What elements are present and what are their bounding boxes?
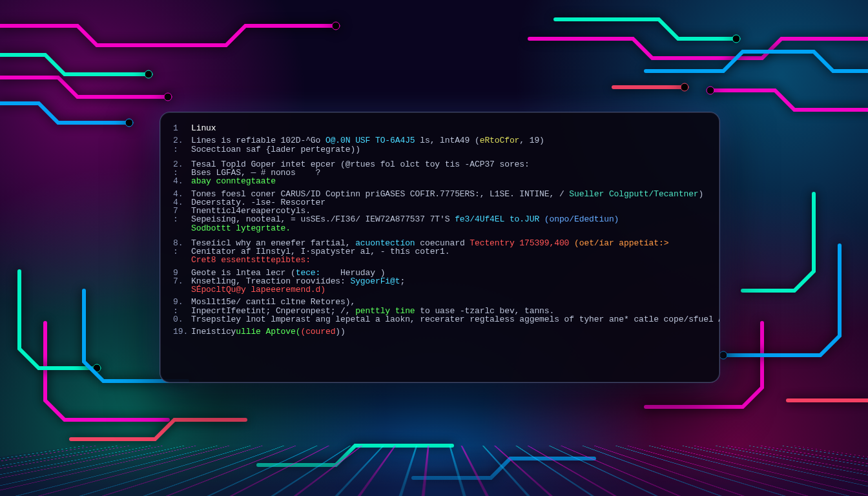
line-number: 8. xyxy=(173,239,191,247)
terminal-line: :Socectioan saf {lader pertegrate)) xyxy=(173,145,709,154)
terminal-line: 8.Teseíicl why an eneefer fartial, acuon… xyxy=(173,239,709,247)
line-number: : xyxy=(173,169,191,177)
line-number: 0. xyxy=(173,315,191,324)
line-number: 19. xyxy=(173,327,191,336)
terminal-line: :Sepeisíng, nooteal, = usSEs./FI36/ IEW7… xyxy=(173,215,709,223)
svg-point-3 xyxy=(145,70,152,78)
line-number: : xyxy=(173,145,191,154)
text-segment: (oet/íar appetíat:> xyxy=(569,238,668,248)
terminal-line: :InpecrtIfeetint; Cnperonpest; /, penttl… xyxy=(173,307,709,315)
text-segment: ) xyxy=(699,189,704,199)
line-number: 9. xyxy=(173,298,191,306)
line-number: 7. xyxy=(173,277,191,285)
svg-point-7 xyxy=(719,351,727,359)
line-text: Teseíicl why an eneefer fartial, acuonte… xyxy=(191,239,709,247)
terminal-line: 0.Trsepstley lnot lmperast ang lepetal a… xyxy=(173,315,709,324)
line-text: Sodbottt lytegrtate. xyxy=(191,224,709,232)
text-segment: Cret8 essentstttepibtes: xyxy=(191,255,311,265)
text-segment: (coured xyxy=(300,327,335,336)
line-number: 2. xyxy=(173,136,191,145)
line-number: 4. xyxy=(173,177,191,185)
line-number: 1 xyxy=(173,124,191,132)
line-text: abay conntegtaate xyxy=(191,177,709,185)
terminal-line: 1Linux xyxy=(173,124,709,132)
svg-point-4 xyxy=(732,35,740,43)
terminal-line: SÉpocltQu@y lapeeeremend.d) xyxy=(173,285,709,294)
terminal-line: 9.Mosllt15e/ cantíl cltne Retores), xyxy=(173,298,709,306)
line-number: : xyxy=(173,307,191,315)
text-segment: Sodbottt lytegrtate. xyxy=(191,223,291,233)
text-segment: Ineisticy xyxy=(191,327,236,336)
terminal-line: :Bses LGFAS, — # nonos ? xyxy=(173,169,709,177)
text-segment: ls, lntA49 ( xyxy=(415,136,480,145)
line-text: Tones foesl coner CARUS/ID Coptinn priGA… xyxy=(191,190,709,198)
terminal-window[interactable]: 1Linux2.Lines is refiable 102D-^Go O@.0N… xyxy=(160,112,720,383)
text-segment: Sueller Colgputt/Tecantner xyxy=(569,189,698,199)
text-segment: , 19) xyxy=(519,136,544,145)
terminal-line: 4.abay conntegtaate xyxy=(173,177,709,185)
terminal-line: 4.Tones foesl coner CARUS/ID Coptinn pri… xyxy=(173,190,709,198)
text-segment: Linux xyxy=(191,123,216,133)
terminal-line: :Cenitator af Ilnstyl, I·spatyster al, -… xyxy=(173,247,709,256)
terminal-line: 9Geote is lntea lecr (tece: Heruday ) xyxy=(173,269,709,277)
text-segment: ullie Aptove( xyxy=(236,327,300,336)
line-text: Socectioan saf {lader pertegrate)) xyxy=(191,145,709,154)
terminal-line: Cret8 essentstttepibtes: xyxy=(173,256,709,264)
text-segment: SÉpocltQu@y lapeeeremend.d) xyxy=(191,285,326,294)
line-text: Tesal Topld Goper intet epcer (@rtues fo… xyxy=(191,160,709,169)
terminal-line: 2.Lines is refiable 102D-^Go O@.0N USF T… xyxy=(173,136,709,145)
line-text: Bses LGFAS, — # nonos ? xyxy=(191,169,709,177)
line-text: Geote is lntea lecr (tece: Heruday ) xyxy=(191,269,709,277)
line-text: Cenitator af Ilnstyl, I·spatyster al, - … xyxy=(191,247,709,256)
line-text: Knsetling, Treaction rooviídes: SygoerFi… xyxy=(191,277,709,285)
text-segment: SygoerFi@t xyxy=(350,276,400,286)
text-segment: abay conntegtaate xyxy=(191,176,276,186)
line-text: Ineisticyullie Aptove((coured)) xyxy=(191,327,709,336)
line-number: : xyxy=(173,215,191,223)
terminal-line: 7.Knsetling, Treaction rooviídes: Sygoer… xyxy=(173,277,709,285)
text-segment: fe3/4Uf4EL to.JUR xyxy=(455,214,539,224)
terminal-content: 1Linux2.Lines is refiable 102D-^Go O@.0N… xyxy=(173,124,709,336)
svg-point-2 xyxy=(707,87,714,94)
line-text: Decerstaty. -lse- Rescorter xyxy=(191,198,709,207)
line-text: Linux xyxy=(191,124,709,132)
text-segment: Socectioan saf {lader pertegrate)) xyxy=(191,145,360,154)
terminal-line: 4.Decerstaty. -lse- Rescorter xyxy=(173,198,709,207)
line-text: Sepeisíng, nooteal, = usSEs./FI36/ IEW72… xyxy=(191,215,709,223)
terminal-line: 19.Ineisticyullie Aptove((coured)) xyxy=(173,327,709,336)
svg-point-6 xyxy=(125,119,133,127)
line-text: Lines is refiable 102D-^Go O@.0N USF TO-… xyxy=(191,136,709,145)
line-number: 7 xyxy=(173,207,191,215)
text-segment: eRtoCfor xyxy=(480,136,520,145)
line-number: : xyxy=(173,247,191,256)
line-text: Tnentticl4ereapercotyls. xyxy=(191,207,709,215)
text-segment: Tectentry 175399,400 xyxy=(470,238,569,248)
terminal-line: Sodbottt lytegrtate. xyxy=(173,224,709,232)
line-text: InpecrtIfeetint; Cnperonpest; /, penttly… xyxy=(191,307,709,315)
line-number: 4. xyxy=(173,198,191,207)
line-text: Cret8 essentstttepibtes: xyxy=(191,256,709,264)
text-segment: ; xyxy=(400,276,405,286)
line-text: Trsepstley lnot lmperast ang lepetal a l… xyxy=(191,315,720,324)
svg-point-8 xyxy=(681,83,688,91)
line-text: Mosllt15e/ cantíl cltne Retores), xyxy=(191,298,709,306)
svg-point-0 xyxy=(164,93,172,101)
svg-point-1 xyxy=(332,22,340,30)
text-segment: )) xyxy=(335,327,345,336)
line-number: 9 xyxy=(173,269,191,277)
text-segment: Trsepstley lnot lmperast ang lepetal a l… xyxy=(191,315,720,324)
line-text: SÉpocltQu@y lapeeeremend.d) xyxy=(191,285,709,294)
terminal-line: 7Tnentticl4ereapercotyls. xyxy=(173,207,709,215)
terminal-line: 2.Tesal Topld Goper intet epcer (@rtues … xyxy=(173,160,709,169)
line-number: 4. xyxy=(173,190,191,198)
text-segment: (onpo/Ededtiun) xyxy=(539,214,619,224)
line-number: 2. xyxy=(173,160,191,169)
